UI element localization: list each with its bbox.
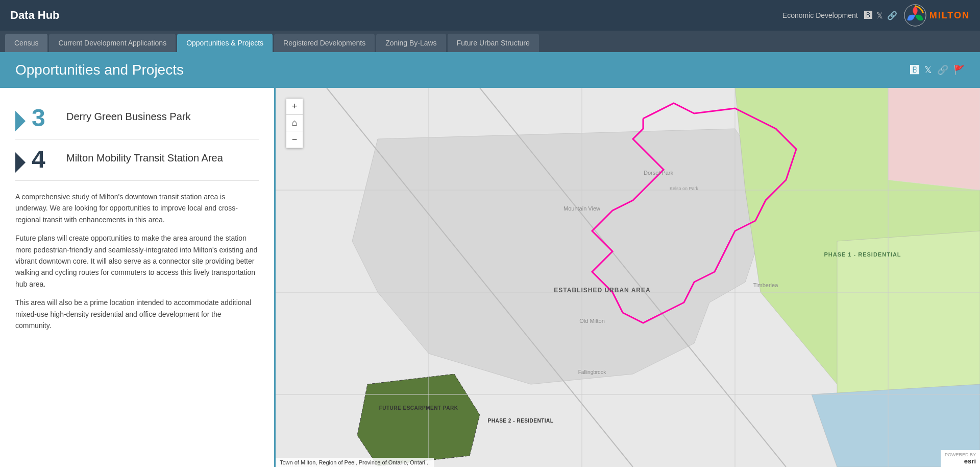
nav-tabs-bar: Census Current Development Applications … bbox=[0, 31, 980, 52]
app-title: Data Hub bbox=[10, 9, 60, 22]
item-4-arrow bbox=[15, 152, 26, 173]
page-link-icon[interactable]: 🔗 bbox=[937, 64, 948, 76]
svg-text:Kelso on Park: Kelso on Park bbox=[670, 186, 699, 191]
svg-text:Mountain View: Mountain View bbox=[564, 205, 600, 212]
svg-text:FUTURE ESCARPMENT PARK: FUTURE ESCARPMENT PARK bbox=[379, 405, 458, 411]
svg-text:PHASE 1 - RESIDENTIAL: PHASE 1 - RESIDENTIAL bbox=[824, 251, 901, 258]
header-social-icons: 🅱 𝕏 🔗 bbox=[864, 11, 897, 20]
left-panel: 3 Derry Green Business Park 4 Milton Mob… bbox=[0, 88, 276, 467]
facebook-icon[interactable]: 🅱 bbox=[864, 11, 872, 20]
twitter-icon[interactable]: 𝕏 bbox=[876, 11, 883, 20]
page-facebook-icon[interactable]: 🅱 bbox=[910, 65, 919, 76]
page-title: Opportunities and Projects bbox=[15, 62, 184, 78]
svg-marker-5 bbox=[888, 88, 980, 190]
svg-text:Timberlea: Timberlea bbox=[753, 282, 778, 288]
link-icon[interactable]: 🔗 bbox=[887, 11, 897, 20]
main-content: 3 Derry Green Business Park 4 Milton Mob… bbox=[0, 88, 980, 467]
tab-opportunities[interactable]: Opportunities & Projects bbox=[177, 34, 273, 52]
item-3-label: Derry Green Business Park bbox=[66, 106, 190, 123]
page-share-icons: 🅱 𝕏 🔗 🚩 bbox=[910, 64, 965, 76]
app-header: Data Hub Economic Development 🅱 𝕏 🔗 MILT… bbox=[0, 0, 980, 31]
tab-registered[interactable]: Registered Developments bbox=[274, 34, 375, 52]
esri-logo-text: esri bbox=[964, 457, 976, 465]
description-p3: This area will also be a prime location … bbox=[15, 297, 259, 331]
description-p2: Future plans will create opportunities t… bbox=[15, 232, 259, 290]
esri-badge: POWERED BY esri bbox=[941, 450, 980, 467]
item-4-number: 4 bbox=[32, 147, 57, 172]
svg-text:PHASE 2 - RESIDENTIAL: PHASE 2 - RESIDENTIAL bbox=[488, 418, 554, 424]
item-3-arrow bbox=[15, 111, 26, 131]
svg-text:Dorset Park: Dorset Park bbox=[644, 170, 674, 176]
attribution-text: Town of Milton, Region of Peel, Province… bbox=[276, 458, 434, 467]
item-4-label: Milton Mobility Transit Station Area bbox=[66, 147, 223, 165]
page-flag-icon[interactable]: 🚩 bbox=[953, 64, 965, 76]
tab-census[interactable]: Census bbox=[5, 34, 47, 52]
page-twitter-icon[interactable]: 𝕏 bbox=[924, 64, 932, 76]
list-item-3[interactable]: 3 Derry Green Business Park bbox=[15, 98, 259, 139]
milton-logo-icon bbox=[903, 4, 927, 27]
list-item-4[interactable]: 4 Milton Mobility Transit Station Area bbox=[15, 139, 259, 181]
tab-future-urban[interactable]: Future Urban Structure bbox=[448, 34, 539, 52]
svg-text:Old Milton: Old Milton bbox=[579, 318, 605, 324]
org-label: Economic Development bbox=[782, 11, 858, 19]
tab-current-development[interactable]: Current Development Applications bbox=[49, 34, 176, 52]
map-attribution: Town of Milton, Region of Peel, Province… bbox=[276, 450, 980, 467]
svg-text:Fallingbrook: Fallingbrook bbox=[578, 369, 606, 375]
svg-text:ESTABLISHED URBAN AREA: ESTABLISHED URBAN AREA bbox=[554, 287, 650, 294]
milton-text: MILTON bbox=[929, 10, 970, 21]
map-svg: ESTABLISHED URBAN AREA PHASE 1 - RESIDEN… bbox=[276, 88, 980, 467]
zoom-in-button[interactable]: + bbox=[286, 99, 303, 115]
item-3-number: 3 bbox=[32, 106, 57, 130]
header-right: Economic Development 🅱 𝕏 🔗 MILTON bbox=[782, 4, 970, 27]
description-p1: A comprehensive study of Milton's downto… bbox=[15, 191, 259, 225]
map-controls: + ⌂ − bbox=[286, 98, 303, 148]
zoom-out-button[interactable]: − bbox=[286, 131, 303, 148]
home-button[interactable]: ⌂ bbox=[286, 115, 303, 131]
page-header: Opportunities and Projects 🅱 𝕏 🔗 🚩 bbox=[0, 52, 980, 88]
esri-powered-text: POWERED BY bbox=[945, 452, 976, 457]
map-area: ESTABLISHED URBAN AREA PHASE 1 - RESIDEN… bbox=[276, 88, 980, 467]
description-block: A comprehensive study of Milton's downto… bbox=[15, 191, 259, 331]
tab-zoning[interactable]: Zoning By-Laws bbox=[376, 34, 446, 52]
milton-logo: MILTON bbox=[903, 4, 970, 27]
